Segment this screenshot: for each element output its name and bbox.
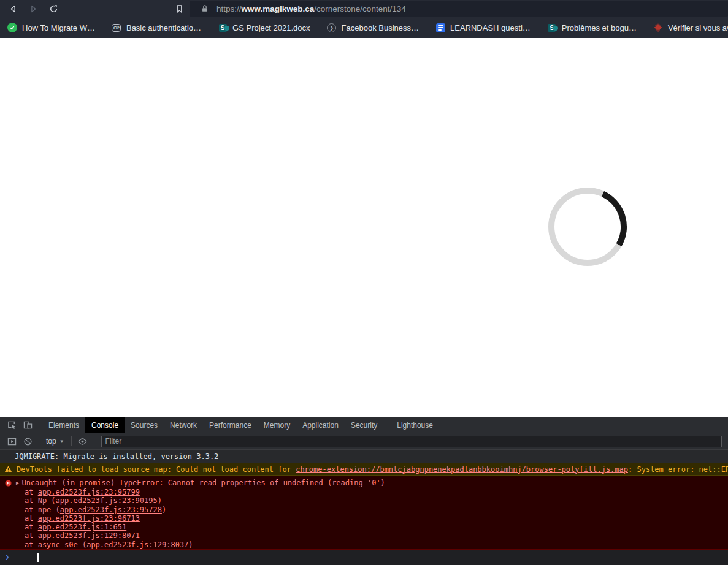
divider [39, 420, 39, 430]
stack-frame: at async s0e (app.ed2523f.js:129:8037) [0, 540, 728, 549]
divider [71, 436, 72, 446]
divider [94, 436, 94, 446]
chevron-down-icon: ▼ [59, 439, 64, 444]
circle-arrow-icon: ❯ [327, 23, 337, 32]
tab-memory[interactable]: Memory [258, 417, 296, 433]
loading-spinner [546, 185, 629, 268]
console-prompt[interactable]: ❯ [0, 550, 728, 565]
url-bar[interactable]: https://www.magikweb.ca/cornerstone/cont… [190, 1, 728, 17]
stack-link[interactable]: app.ed2523f.js:23:95799 [38, 488, 140, 496]
tab-performance[interactable]: Performance [203, 417, 258, 433]
stack-link[interactable]: app.ed2523f.js:129:8037 [86, 540, 188, 549]
tab-sources[interactable]: Sources [125, 417, 164, 433]
stack-frame: at app.ed2523f.js:23:96713 [0, 514, 728, 523]
source-map-link[interactable]: chrome-extension://bmnlcjabgnpnenekpadla… [296, 465, 628, 474]
bookmark-item[interactable]: How To Migrate W… [7, 23, 95, 32]
console-toolbar: top ▼ [0, 433, 728, 450]
stack-link[interactable]: app.ed2523f.js:23:95728 [60, 506, 162, 514]
page-content [0, 38, 728, 417]
bookmark-label: LEARNDASH questi… [450, 23, 531, 32]
stack-link[interactable]: app.ed2523f.js:1:651 [38, 523, 127, 531]
sharepoint-icon: S [218, 23, 228, 32]
clear-console-button[interactable] [20, 434, 36, 449]
console-sidebar-icon [7, 437, 17, 446]
bookmark-label: Facebook Business… [342, 23, 419, 32]
tab-application[interactable]: Application [296, 417, 345, 433]
tab-security[interactable]: Security [345, 417, 383, 433]
inspect-icon [7, 420, 17, 430]
reload-button[interactable] [48, 3, 59, 14]
bookmark-label: Problèmes et bogu… [562, 23, 637, 32]
bookmark-flag-button[interactable] [174, 3, 185, 14]
bookmark-item[interactable]: ❯ Facebook Business… [327, 23, 419, 32]
stack-link[interactable]: app.ed2523f.js:23:96713 [38, 514, 140, 523]
bookmark-item[interactable]: S Problèmes et bogu… [547, 23, 637, 32]
bookmark-item[interactable]: S GS Project 2021.docx [218, 23, 310, 32]
stack-frame: at app.ed2523f.js:129:8071 [0, 531, 728, 540]
bookmarks-bar: How To Migrate W… C2 Basic authenticatio… [0, 17, 728, 38]
bookmark-label: GS Project 2021.docx [232, 23, 310, 32]
check-circle-icon [7, 23, 17, 32]
bookmark-item[interactable]: Vérifier si vous avez… [653, 23, 728, 32]
bookmark-item[interactable]: C2 Basic authenticatio… [112, 23, 201, 32]
divider [39, 436, 39, 446]
bookmark-flag-icon [175, 4, 184, 13]
warning-icon [4, 465, 12, 473]
forward-icon [29, 4, 38, 13]
tab-network[interactable]: Network [164, 417, 203, 433]
console-messages: JQMIGRATE: Migrate is installed, version… [0, 450, 728, 565]
eye-icon [78, 437, 87, 446]
live-expression-button[interactable] [75, 434, 91, 449]
error-icon [4, 479, 12, 487]
inspect-element-button[interactable] [4, 418, 20, 433]
back-button[interactable] [7, 3, 18, 14]
console-warning-row: DevTools failed to load source map: Coul… [0, 463, 728, 476]
stack-frame: at Np (app.ed2523f.js:23:90195) [0, 496, 728, 505]
c2-badge-icon: C2 [112, 23, 121, 32]
bookmark-label: How To Migrate W… [22, 23, 95, 32]
warning-text: DevTools failed to load source map: Coul… [17, 465, 728, 474]
devtools-panel: Elements Console Sources Network Perform… [0, 417, 728, 565]
maple-leaf-icon [653, 23, 663, 32]
lock-icon[interactable] [201, 4, 209, 13]
bookmark-label: Vérifier si vous avez… [668, 23, 728, 32]
url-text: https://www.magikweb.ca/cornerstone/cont… [216, 4, 406, 13]
clear-console-icon [23, 437, 33, 446]
stack-link[interactable]: app.ed2523f.js:23:90195 [56, 496, 158, 505]
tab-lighthouse[interactable]: Lighthouse [391, 417, 439, 433]
text-cursor [37, 553, 39, 562]
filter-input[interactable] [101, 436, 722, 447]
context-selector[interactable]: top ▼ [42, 437, 68, 446]
stack-link[interactable]: app.ed2523f.js:129:8071 [38, 531, 140, 540]
tab-console[interactable]: Console [85, 417, 125, 433]
stack-frame: at npe (app.ed2523f.js:23:95728) [0, 506, 728, 514]
forward-button[interactable] [28, 3, 39, 14]
error-message: Uncaught (in promise) TypeError: Cannot … [21, 479, 385, 487]
document-lines-icon [435, 23, 445, 32]
console-error-row: ▶ Uncaught (in promise) TypeError: Canno… [0, 476, 728, 550]
prompt-chevron-icon: ❯ [5, 553, 9, 561]
bookmark-item[interactable]: LEARNDASH questi… [435, 23, 531, 32]
devtools-tabbar: Elements Console Sources Network Perform… [0, 417, 728, 433]
stack-frame: at app.ed2523f.js:1:651 [0, 523, 728, 531]
back-icon [9, 4, 18, 13]
console-info-text: JQMIGRATE: Migrate is installed, version… [15, 452, 218, 461]
console-sidebar-button[interactable] [4, 434, 20, 449]
console-info-row: JQMIGRATE: Migrate is installed, version… [0, 450, 728, 463]
url-host: www.magikweb.ca [242, 4, 315, 13]
url-path: /cornerstone/content/134 [314, 4, 405, 13]
device-toolbar-button[interactable] [20, 418, 36, 433]
sharepoint-icon: S [547, 23, 557, 32]
tab-elements[interactable]: Elements [42, 417, 85, 433]
device-toolbar-icon [23, 420, 33, 430]
browser-toolbar: https://www.magikweb.ca/cornerstone/cont… [0, 0, 728, 17]
url-scheme: https:// [216, 4, 242, 13]
disclosure-triangle-icon[interactable]: ▶ [16, 480, 19, 486]
reload-icon [49, 4, 58, 13]
stack-frame: at app.ed2523f.js:23:95799 [0, 488, 728, 496]
bookmark-label: Basic authenticatio… [126, 23, 201, 32]
